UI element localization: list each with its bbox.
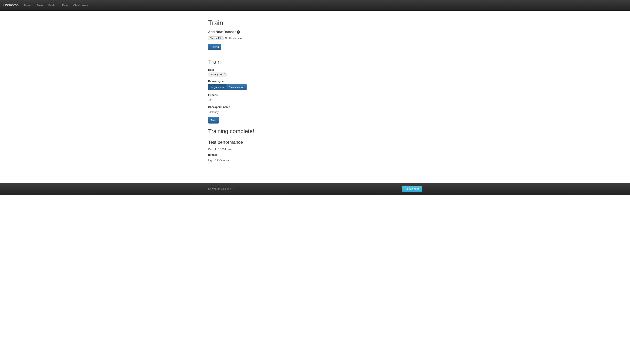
- data-form-group: Data delaney.csv: [208, 68, 422, 76]
- epochs-input[interactable]: [208, 98, 236, 102]
- data-select[interactable]: delaney.csv: [208, 72, 226, 76]
- help-icon[interactable]: ?: [236, 30, 240, 34]
- nav-data[interactable]: Data: [59, 0, 70, 10]
- checkpoint-form-group: Checkpoint name: [208, 105, 422, 114]
- dataset-type-form-group: Dataset type Regression Classification: [208, 79, 422, 90]
- data-label: Data: [208, 68, 422, 72]
- task-result: logp: 0.7304 rmse: [208, 158, 422, 162]
- source-code-button[interactable]: Source code: [402, 186, 422, 192]
- nav-predict[interactable]: Predict: [46, 0, 60, 10]
- page-title: Train: [208, 18, 422, 28]
- test-performance-heading: Test performance: [208, 139, 422, 146]
- epochs-label: Epochs: [208, 93, 422, 97]
- dataset-type-toggle: Regression Classification: [208, 84, 422, 90]
- epochs-form-group: Epochs: [208, 93, 422, 102]
- checkpoint-input[interactable]: [208, 110, 236, 114]
- choose-file-button[interactable]: Choose File: [208, 36, 224, 40]
- train-button[interactable]: Train: [208, 117, 219, 124]
- footer: Chemprop v0.1 © 2019 Source code: [0, 183, 630, 195]
- regression-button[interactable]: Regression: [208, 84, 226, 90]
- footer-text: Chemprop v0.1 © 2019: [208, 187, 235, 191]
- training-complete-heading: Training complete!: [208, 127, 422, 135]
- nav-checkpoints[interactable]: Checkpoints: [70, 0, 90, 10]
- train-heading: Train: [208, 58, 422, 66]
- divider: [208, 54, 422, 54]
- upload-button[interactable]: Upload: [208, 44, 221, 50]
- checkpoint-label: Checkpoint name: [208, 105, 422, 109]
- dataset-type-label: Dataset type: [208, 79, 422, 83]
- nav-home[interactable]: Home: [22, 0, 34, 10]
- by-task-heading: By task: [208, 153, 422, 157]
- main-container: Train Add New Dataset ? Choose File No f…: [205, 11, 425, 176]
- overall-result: Overall: 0.7304 rmse: [208, 147, 422, 151]
- nav-list: Home Train Predict Data Checkpoints: [22, 0, 90, 10]
- nav-train[interactable]: Train: [34, 0, 46, 10]
- navbar-brand[interactable]: Chemprop: [3, 0, 22, 10]
- classification-button[interactable]: Classification: [226, 84, 246, 90]
- add-dataset-heading: Add New Dataset ?: [208, 30, 422, 34]
- file-status-label: No file chosen: [225, 36, 242, 40]
- file-input-wrapper: Choose File No file chosen: [208, 36, 422, 40]
- navbar: Chemprop Home Train Predict Data Checkpo…: [0, 0, 630, 11]
